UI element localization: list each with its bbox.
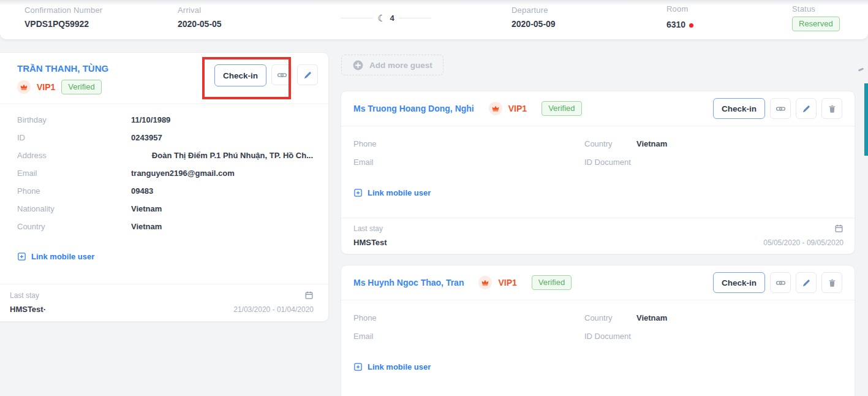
link-mobile-user-button[interactable]: Link mobile user xyxy=(353,362,431,371)
guest-card-2: Ms Truong Hoang Dong, Nghi VIP1 Verified… xyxy=(341,91,855,254)
scrollbar-thumb[interactable] xyxy=(864,83,868,156)
add-more-guest-button[interactable]: Add more guest xyxy=(341,55,443,75)
detail-label: Address xyxy=(17,151,131,160)
status-badge: Reserved xyxy=(792,17,840,31)
primary-guest-details: Birthday 11/10/1989 ID 0243957 Address Đ… xyxy=(0,104,328,235)
plus-square-icon xyxy=(353,188,363,197)
detail-value: Vietnam xyxy=(131,222,313,231)
room-status-dot-icon xyxy=(689,23,693,28)
pencil-icon xyxy=(802,278,811,287)
status-group: Status Reserved xyxy=(792,4,840,31)
vip-level-badge: VIP1 xyxy=(498,278,516,287)
detail-row-country: Country Vietnam xyxy=(0,218,328,235)
add-more-guest-label: Add more guest xyxy=(369,61,432,70)
vip-level-badge: VIP1 xyxy=(37,82,55,92)
detail-label: Email xyxy=(17,169,131,178)
detail-row-nationality: Nationality Vietnam xyxy=(0,200,328,218)
last-stay-section: Last stay HMSTest 05/05/2020 - 09/05/202… xyxy=(341,218,855,254)
detail-value: 11/10/1989 xyxy=(131,115,313,124)
calendar-icon[interactable] xyxy=(304,291,314,300)
link-mobile-user-button[interactable]: Link mobile user xyxy=(353,188,431,197)
country-label: Country xyxy=(584,313,636,322)
chain-link-icon xyxy=(776,278,786,288)
departure-group: Departure 2020-05-09 xyxy=(511,6,556,29)
plus-square-icon xyxy=(353,362,363,371)
edge-artifact xyxy=(858,67,864,71)
detail-label: ID xyxy=(17,133,131,142)
trash-icon xyxy=(828,104,837,113)
reservation-summary-bar: Confirmation Number VPDS1PQ59922 Arrival… xyxy=(0,0,868,39)
confirmation-number-value: VPDS1PQ59922 xyxy=(25,19,102,29)
link-mobile-user-label: Link mobile user xyxy=(368,362,431,371)
calendar-icon[interactable] xyxy=(834,224,843,233)
detail-value: 0243957 xyxy=(131,133,313,142)
guest-name[interactable]: Ms Huynh Ngoc Thao, Tran xyxy=(353,278,464,287)
detail-label: Birthday xyxy=(17,115,131,124)
chain-link-icon xyxy=(776,104,786,114)
id-document-label: ID Document xyxy=(584,158,636,167)
vip-crown-icon xyxy=(17,80,31,94)
link-mobile-user-label: Link mobile user xyxy=(368,188,431,197)
vip-level-badge: VIP1 xyxy=(508,104,527,113)
primary-guest-card: TRẦN THANH, TÙNG VIP1 Verified Check-in xyxy=(0,52,329,322)
vip-crown-icon xyxy=(478,276,492,289)
link-mobile-user-label: Link mobile user xyxy=(31,252,94,261)
arrival-label: Arrival xyxy=(178,6,222,15)
verified-badge: Verified xyxy=(61,80,101,94)
moon-icon: ☾ xyxy=(377,13,385,23)
link-guest-button[interactable] xyxy=(770,272,791,293)
email-label: Email xyxy=(353,332,374,341)
checkin-button[interactable]: Check-in xyxy=(214,64,266,86)
pencil-icon xyxy=(802,104,811,113)
link-mobile-user-button[interactable]: Link mobile user xyxy=(17,252,94,261)
arrival-date: 2020-05-05 xyxy=(178,19,222,29)
confirmation-number-group: Confirmation Number VPDS1PQ59922 xyxy=(25,6,102,29)
nights-indicator: ☾ 4 xyxy=(341,13,431,23)
trash-icon xyxy=(828,278,837,287)
circle-plus-icon xyxy=(352,59,364,71)
primary-guest-identity: TRẦN THANH, TÙNG VIP1 Verified xyxy=(17,63,108,94)
edit-guest-button[interactable] xyxy=(796,272,817,293)
detail-label: Phone xyxy=(17,186,131,196)
last-stay-section: Last stay HMSTest· 21/03/2020 - 01/04/20… xyxy=(0,284,328,321)
room-number: 6310 xyxy=(666,20,685,29)
chain-link-icon xyxy=(277,70,287,80)
country-label: Country xyxy=(584,139,636,148)
detail-row-birthday: Birthday 11/10/1989 xyxy=(0,111,328,129)
detail-value: tranguyen2196@gmail.com xyxy=(131,169,313,178)
delete-guest-button[interactable] xyxy=(821,272,842,293)
last-stay-hotel: HMSTest xyxy=(353,238,387,247)
phone-label: Phone xyxy=(353,139,377,148)
primary-guest-name[interactable]: TRẦN THANH, TÙNG xyxy=(17,63,108,74)
last-stay-dates: 05/05/2020 - 09/05/2020 xyxy=(763,238,843,247)
detail-row-phone: Phone 09483 xyxy=(0,182,328,200)
link-guest-button[interactable] xyxy=(770,98,791,119)
detail-value: Đoàn Thị Điểm P.1 Phú Nhuận, TP. Hồ Ch..… xyxy=(131,151,313,160)
edit-guest-button[interactable] xyxy=(796,98,817,119)
checkin-button[interactable]: Check-in xyxy=(713,98,765,119)
last-stay-label: Last stay xyxy=(353,224,383,233)
detail-value: 09483 xyxy=(131,186,313,196)
room-label: Room xyxy=(666,4,693,13)
email-label: Email xyxy=(353,158,374,167)
departure-date: 2020-05-09 xyxy=(511,19,556,29)
last-stay-label: Last stay xyxy=(10,291,39,300)
id-document-label: ID Document xyxy=(584,332,636,341)
nights-count: 4 xyxy=(390,13,394,23)
checkin-button[interactable]: Check-in xyxy=(713,272,765,293)
detail-row-id: ID 0243957 xyxy=(0,129,328,147)
verified-badge: Verified xyxy=(542,101,581,116)
guest-card-3: Ms Huynh Ngoc Thao, Tran VIP1 Verified C… xyxy=(341,265,855,396)
detail-row-address: Address Đoàn Thị Điểm P.1 Phú Nhuận, TP.… xyxy=(0,147,328,164)
link-guest-button[interactable] xyxy=(271,64,292,85)
arrival-group: Arrival 2020-05-05 xyxy=(178,6,222,29)
nights-line-left xyxy=(341,18,373,18)
country-value: Vietnam xyxy=(636,313,667,322)
edit-guest-button[interactable] xyxy=(297,64,318,85)
confirmation-number-label: Confirmation Number xyxy=(25,6,102,15)
room-value: 6310 xyxy=(666,20,693,29)
pencil-icon xyxy=(303,70,312,80)
departure-label: Departure xyxy=(511,6,556,15)
delete-guest-button[interactable] xyxy=(821,98,842,119)
guest-name[interactable]: Ms Truong Hoang Dong, Nghi xyxy=(353,104,474,113)
